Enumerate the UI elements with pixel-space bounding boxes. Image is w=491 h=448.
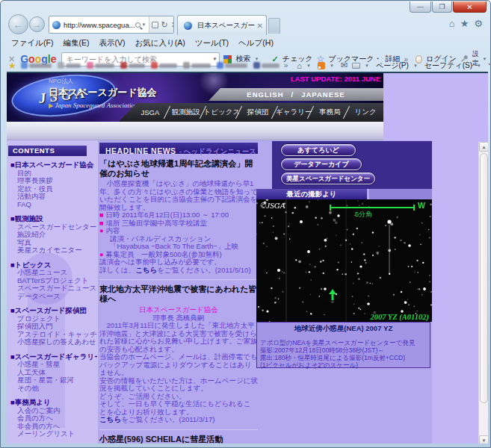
tools-menu[interactable]: ツール(O) [488, 60, 491, 71]
sidebar-entry[interactable]: ■事務局より [10, 399, 97, 407]
site-nav-item[interactable]: 探偵団 [240, 108, 276, 117]
sidebar-entry[interactable]: データベース [10, 293, 97, 301]
recent-images-label[interactable]: 最近の撮影より [256, 189, 367, 199]
home-page-icon[interactable]: ⌂ [297, 61, 302, 70]
scroll-down-icon[interactable]: ▼ [479, 435, 488, 444]
sidebar-entry[interactable]: スペースガードニュース [10, 284, 97, 293]
tab-close-icon[interactable]: ✕ [257, 22, 263, 30]
sidebar-entry[interactable]: 施設紹介 [10, 231, 97, 239]
site-nav-item[interactable]: リンク [348, 108, 383, 117]
sidebar-entry[interactable]: FAQ [10, 201, 97, 209]
sidebar-entry[interactable]: 入会のご案内 [10, 407, 97, 415]
sidebar-entry[interactable]: 小惑星・彗星 [10, 361, 97, 369]
rail-button[interactable]: あすてろいど [281, 144, 356, 156]
home-icon[interactable]: ⌂ [449, 18, 455, 29]
blurred-bookmark[interactable] [87, 62, 114, 69]
back-button[interactable]: ← [8, 14, 28, 34]
add-favorite-star-icon[interactable]: ★ [8, 60, 16, 71]
rail-button[interactable]: 美星スペースガードセンター [281, 172, 375, 184]
site-nav-item[interactable]: ギャラリー [276, 108, 312, 117]
menu-item[interactable]: お気に入り(A) [135, 38, 185, 49]
print-dropdown-icon[interactable]: ▼ [365, 63, 369, 68]
kochira-link[interactable]: こちら [135, 266, 157, 274]
site-nav-item[interactable]: 観測施設 [168, 108, 204, 117]
article-org: 日本スペースガード協会 [99, 305, 258, 314]
search-icon[interactable] [135, 22, 140, 28]
menu-item[interactable]: 編集(E) [63, 38, 89, 49]
menu-item[interactable]: 表示(V) [99, 38, 125, 49]
rail-button[interactable]: データアーカイブ [281, 158, 362, 170]
blurred-bookmark[interactable] [58, 62, 81, 69]
sidebar-entry[interactable]: 人工天体 [10, 369, 97, 377]
sidebar-entry[interactable]: 小惑星ニュース [10, 269, 97, 277]
maximize-button[interactable]: ❐ [432, 1, 452, 13]
sidebar-entry[interactable]: ■観測施設 [10, 215, 97, 223]
blurred-bookmark[interactable] [120, 62, 145, 69]
sidebar-entry[interactable]: BATTerSプロジェクト [10, 277, 97, 285]
sidebar-entry[interactable]: アステロイド・キャッチャー [10, 331, 97, 339]
sidebar-entry[interactable]: 写真 [10, 239, 97, 247]
feed-dropdown-icon[interactable]: ▼ [330, 63, 334, 68]
sidebar-entry[interactable]: ■トピックス [10, 261, 97, 270]
url-text[interactable]: http://www.spacegua... [64, 21, 135, 29]
object-designation-label: 2007 YZ (A01102) [370, 313, 429, 321]
asteroid-image[interactable]: ©JSGA 5分角 W 2007 YZ (A01102) [256, 199, 432, 322]
rss-feed-icon[interactable] [318, 62, 325, 69]
blurred-bookmark[interactable] [183, 62, 211, 69]
menu-item[interactable]: ツール(T) [195, 38, 229, 49]
site-nav-item[interactable]: トピックス [204, 108, 241, 117]
new-tab-button[interactable] [268, 18, 280, 34]
sidebar-entry[interactable]: ■スペースガード探偵団 [10, 307, 97, 315]
sidebar-entry[interactable]: 美星スカイモニター [10, 246, 97, 255]
sidebar-entry[interactable]: ■スペースガードギャラリー [10, 353, 97, 361]
page-dropdown-icon[interactable]: ▼ [413, 63, 418, 68]
stop-icon[interactable]: ✕ [171, 21, 174, 28]
content-scrollbar[interactable]: ▲ ▼ [478, 142, 488, 444]
sidebar-entry[interactable]: 非会員の方へ [10, 423, 97, 431]
favorites-star-icon[interactable]: ★ [460, 18, 469, 29]
blurred-bookmark[interactable] [151, 62, 177, 69]
sidebar-entry[interactable]: プロジェクト [10, 315, 97, 323]
forward-button[interactable]: → [29, 16, 45, 32]
sidebar-entry[interactable]: メーリングリスト [10, 430, 97, 438]
address-bar[interactable]: http://www.spacegua... ▼ ↻ ✕ [49, 16, 174, 34]
blurred-bookmark[interactable] [253, 62, 280, 69]
sidebar-entry[interactable]: 理事長挨拶 [10, 177, 97, 185]
sidebar-entry[interactable]: 目的 [10, 169, 97, 178]
lang-japanese-link[interactable]: JAPANESE [301, 90, 345, 99]
lang-english-link[interactable]: ENGLISH [247, 90, 283, 99]
sidebar-entry[interactable]: スペースガードセンター [10, 223, 97, 231]
sidebar-entry[interactable]: その他 [10, 385, 97, 393]
compatibility-view-icon[interactable] [152, 22, 158, 28]
settings-gear-icon[interactable]: ⚙ [474, 18, 483, 29]
sidebar-entry[interactable]: 探偵団入門 [10, 323, 97, 331]
sidebar-entry[interactable]: 定款・役員 [10, 185, 97, 193]
kochira-link[interactable]: こちら [99, 415, 121, 423]
refresh-icon[interactable]: ↻ [161, 21, 168, 28]
minimize-button[interactable]: — [410, 1, 431, 13]
site-nav-item[interactable]: 事務局 [312, 108, 348, 117]
safety-dropdown-icon[interactable]: ▼ [477, 63, 481, 68]
browser-tab[interactable]: 日本スペースガード協会 ✕ [177, 15, 267, 35]
blurred-bookmark[interactable] [21, 62, 52, 69]
blurred-bookmark[interactable] [217, 62, 247, 69]
site-nav-item[interactable]: JSGA [132, 108, 168, 116]
mail-icon[interactable]: ✉ [341, 60, 348, 70]
address-dropdown-icon[interactable]: ▼ [142, 22, 146, 27]
home-dropdown-icon[interactable]: ▼ [306, 63, 311, 68]
sidebar-entry[interactable]: 会員の方へ [10, 414, 97, 423]
close-button[interactable]: ✕ [453, 1, 487, 13]
page-menu[interactable]: ページ(P) [376, 60, 409, 71]
safety-menu[interactable]: セーフティ(S) [424, 60, 472, 71]
sidebar-entry[interactable]: ■日本スペースガード協会 [10, 161, 97, 169]
bookmarks-overflow-icon[interactable]: » [284, 61, 288, 69]
scrollbar-thumb[interactable] [480, 153, 488, 403]
command-bar: ★ » ⌂▼ ▼ ✉ ▼ ページ(P)▼ セーフティ(S)▼ ツール(O)▼ ?… [8, 60, 484, 71]
sidebar-entry[interactable]: 小惑星探しの答えあわせ [10, 338, 97, 346]
scroll-up-icon[interactable]: ▲ [479, 142, 488, 152]
sidebar-entry[interactable]: 活動内容 [10, 193, 97, 201]
sidebar-entry[interactable]: 星団・星雲・銀河 [10, 376, 97, 385]
menu-item[interactable]: ヘルプ(H) [238, 38, 274, 49]
menu-item[interactable]: ファイル(F) [11, 38, 53, 49]
print-icon[interactable] [352, 63, 360, 69]
